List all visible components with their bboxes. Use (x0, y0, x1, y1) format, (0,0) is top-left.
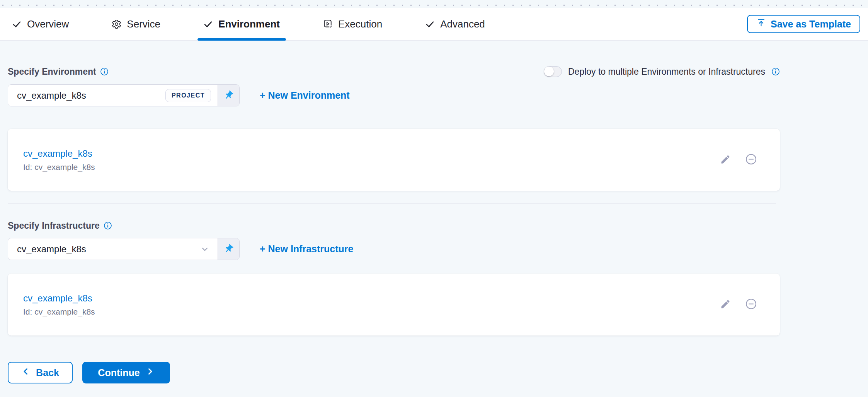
infrastructure-field-row: cv_example_k8s + New Infrastructure (8, 238, 780, 260)
pushpin-icon (221, 88, 236, 103)
upload-icon (756, 18, 766, 30)
pencil-icon (720, 299, 731, 311)
pencil-icon (720, 154, 731, 166)
infrastructure-card-title-link[interactable]: cv_example_k8s (23, 293, 92, 304)
edit-environment-button[interactable] (720, 154, 731, 166)
new-infrastructure-link[interactable]: + New Infrastructure (260, 243, 353, 255)
environment-select: cv_example_k8s PROJECT (8, 84, 240, 106)
chevron-left-icon (21, 367, 31, 378)
infrastructure-select: cv_example_k8s (8, 238, 240, 260)
remove-environment-button[interactable] (745, 153, 757, 167)
pin-environment-button[interactable] (218, 85, 239, 106)
back-button[interactable]: Back (8, 362, 73, 383)
chevron-right-icon (145, 367, 155, 378)
section-divider (8, 204, 776, 204)
tab-label: Service (127, 18, 160, 30)
multi-deploy-toggle[interactable] (544, 66, 562, 77)
wizard-footer: Back Continue (8, 362, 780, 383)
infrastructure-card-actions (720, 298, 757, 311)
toggle-knob (544, 67, 554, 76)
check-icon (12, 19, 22, 29)
infrastructure-select-input[interactable]: cv_example_k8s (8, 238, 218, 260)
chevron-down-icon (200, 244, 210, 254)
infrastructure-select-value: cv_example_k8s (17, 244, 200, 255)
infrastructure-label-row: Specify Infrastructure (8, 218, 780, 233)
environment-field-row: cv_example_k8s PROJECT + New Environment (8, 84, 780, 106)
specify-environment-label: Specify Environment (8, 67, 96, 77)
tab-advanced[interactable]: Advanced (425, 8, 485, 41)
tab-execution[interactable]: Execution (322, 8, 382, 41)
remove-infrastructure-button[interactable] (745, 298, 757, 311)
infrastructure-card-id: Id: cv_example_k8s (23, 307, 95, 317)
environment-card-text: cv_example_k8s Id: cv_example_k8s (23, 148, 95, 172)
environment-select-input[interactable]: cv_example_k8s PROJECT (8, 85, 218, 106)
tab-label: Execution (338, 18, 382, 30)
save-as-template-button[interactable]: Save as Template (747, 15, 860, 33)
play-box-icon (322, 19, 333, 29)
stage-tab-bar: Overview Service Environment Execution A… (0, 8, 868, 41)
tab-label: Environment (218, 18, 280, 30)
dotted-separator (0, 0, 868, 8)
gear-icon (111, 19, 122, 29)
multi-deploy-label: Deploy to multiple Environments or Infra… (568, 67, 765, 77)
new-environment-link[interactable]: + New Environment (260, 90, 350, 101)
environment-card-title-link[interactable]: cv_example_k8s (23, 148, 92, 159)
pushpin-icon (221, 241, 236, 256)
tab-service[interactable]: Service (111, 8, 160, 41)
specify-infrastructure-label: Specify Infrastructure (8, 221, 100, 231)
infrastructure-card: cv_example_k8s Id: cv_example_k8s (8, 274, 780, 335)
environment-card-id: Id: cv_example_k8s (23, 163, 95, 172)
environment-card-actions (720, 153, 757, 167)
check-icon (203, 19, 213, 29)
pin-infrastructure-button[interactable] (218, 238, 239, 260)
tab-environment[interactable]: Environment (203, 8, 280, 41)
multi-deploy-toggle-group: Deploy to multiple Environments or Infra… (544, 66, 780, 77)
environment-stage-panel: Specify Environment Deploy to multiple E… (8, 64, 780, 383)
tab-label: Advanced (440, 18, 485, 30)
continue-button[interactable]: Continue (82, 362, 170, 383)
minus-circle-icon (745, 153, 757, 167)
info-icon[interactable] (100, 67, 109, 76)
tab-overview[interactable]: Overview (12, 8, 69, 41)
info-icon[interactable] (771, 67, 780, 76)
infrastructure-card-text: cv_example_k8s Id: cv_example_k8s (23, 293, 95, 317)
environment-label-row: Specify Environment Deploy to multiple E… (8, 64, 780, 79)
info-icon[interactable] (104, 221, 112, 230)
environment-select-value: cv_example_k8s (17, 90, 165, 101)
minus-circle-icon (745, 298, 757, 311)
active-tab-underline (197, 38, 286, 41)
scope-tag: PROJECT (165, 89, 211, 102)
tab-label: Overview (27, 18, 69, 30)
environment-card: cv_example_k8s Id: cv_example_k8s (8, 129, 780, 191)
edit-infrastructure-button[interactable] (720, 299, 731, 311)
check-icon (425, 19, 435, 29)
